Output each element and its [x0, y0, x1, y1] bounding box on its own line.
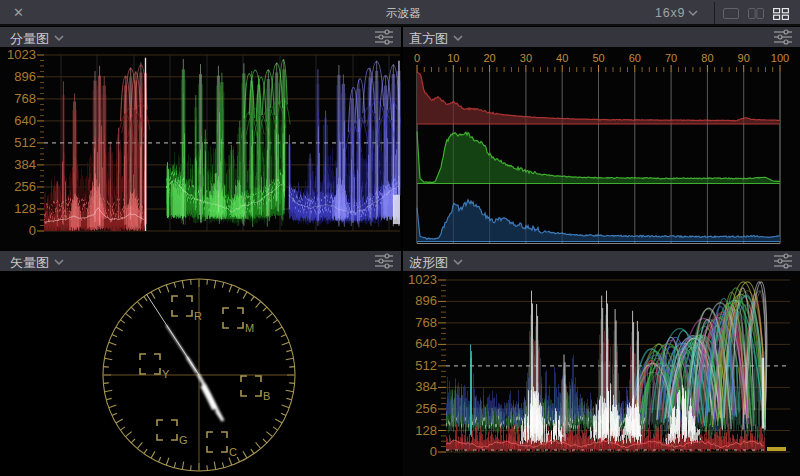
- svg-text:0: 0: [414, 52, 420, 64]
- svg-text:384: 384: [415, 379, 437, 394]
- svg-text:128: 128: [14, 201, 36, 216]
- svg-text:20: 20: [483, 52, 495, 64]
- svg-text:256: 256: [415, 401, 437, 416]
- svg-text:M: M: [245, 322, 254, 334]
- svg-text:40: 40: [556, 52, 568, 64]
- svg-text:768: 768: [415, 315, 437, 330]
- svg-text:1023: 1023: [408, 272, 437, 287]
- svg-text:B: B: [263, 390, 270, 402]
- svg-text:640: 640: [415, 336, 437, 351]
- svg-text:0: 0: [430, 444, 437, 459]
- svg-text:R: R: [194, 310, 202, 322]
- svg-text:70: 70: [665, 52, 677, 64]
- svg-text:384: 384: [14, 157, 36, 172]
- svg-text:60: 60: [629, 52, 641, 64]
- svg-text:C: C: [229, 446, 237, 458]
- svg-text:80: 80: [701, 52, 713, 64]
- svg-text:512: 512: [415, 358, 437, 373]
- svg-text:100: 100: [771, 52, 789, 64]
- svg-text:10: 10: [447, 52, 459, 64]
- svg-text:Y: Y: [162, 368, 170, 380]
- svg-text:640: 640: [14, 113, 36, 128]
- svg-text:896: 896: [14, 69, 36, 84]
- svg-text:128: 128: [415, 423, 437, 438]
- svg-text:896: 896: [415, 293, 437, 308]
- svg-text:1023: 1023: [7, 47, 36, 62]
- svg-text:768: 768: [14, 91, 36, 106]
- svg-text:0: 0: [29, 223, 36, 238]
- svg-text:256: 256: [14, 179, 36, 194]
- svg-text:50: 50: [592, 52, 604, 64]
- svg-text:30: 30: [520, 52, 532, 64]
- svg-text:512: 512: [14, 135, 36, 150]
- svg-text:G: G: [179, 434, 188, 446]
- svg-text:90: 90: [738, 52, 750, 64]
